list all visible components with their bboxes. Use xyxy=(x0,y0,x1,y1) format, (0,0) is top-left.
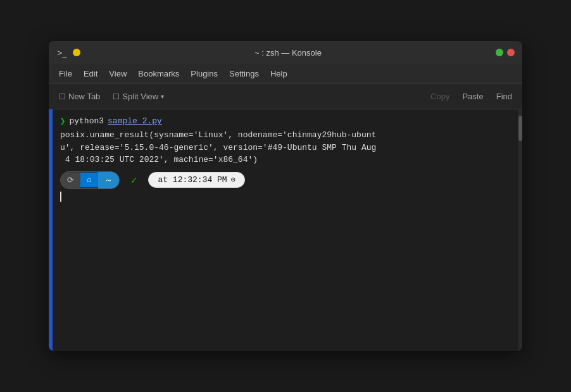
dot-red[interactable] xyxy=(507,49,515,56)
find-button[interactable]: Find xyxy=(491,89,517,104)
terminal-body: ❯ python3 sample_2.py posix.uname_result… xyxy=(49,109,522,351)
pill-wave-icon: ～ xyxy=(98,172,119,188)
command-line: ❯ python3 sample_2.py xyxy=(60,116,511,126)
menu-edit[interactable]: Edit xyxy=(78,66,103,81)
time-text: at 12:32:34 PM xyxy=(158,175,227,185)
title-bar-left: >_ xyxy=(56,47,80,58)
pill-house-icon: ⌂ xyxy=(80,173,98,187)
scrollbar-thumb[interactable] xyxy=(518,116,522,141)
scrollbar-track[interactable] xyxy=(518,109,522,351)
terminal-icon: >_ xyxy=(56,47,68,58)
menu-help[interactable]: Help xyxy=(265,66,292,81)
title-bar-right xyxy=(496,49,515,56)
copy-button[interactable]: Copy xyxy=(425,89,455,104)
menu-bar: File Edit View Bookmarks Plugins Setting… xyxy=(49,64,522,84)
dot-yellow[interactable] xyxy=(73,49,80,56)
terminal-content[interactable]: ❯ python3 sample_2.py posix.uname_result… xyxy=(53,109,518,351)
menu-file[interactable]: File xyxy=(54,66,77,81)
cursor xyxy=(60,192,61,202)
menu-plugins[interactable]: Plugins xyxy=(185,66,223,81)
scrollbar[interactable] xyxy=(518,109,522,351)
menu-view[interactable]: View xyxy=(104,66,132,81)
split-view-button[interactable]: ☐ Split View ▾ xyxy=(108,89,169,104)
time-display: at 12:32:34 PM ⊙ xyxy=(148,172,244,188)
success-checkmark: ✓ xyxy=(131,174,137,187)
shell-prompt-row: ⟳ ⌂ ～ ✓ at 12:32:34 PM ⊙ xyxy=(60,171,511,189)
menu-bookmarks[interactable]: Bookmarks xyxy=(133,66,184,81)
split-view-dropdown-icon: ▾ xyxy=(161,93,164,100)
pill-home-icon: ⟳ xyxy=(61,173,80,188)
prompt-symbol: ❯ xyxy=(60,116,65,126)
title-bar: >_ ~ : zsh — Konsole xyxy=(49,41,522,64)
konsole-window: >_ ~ : zsh — Konsole File Edit View Book… xyxy=(49,41,522,351)
dot-green[interactable] xyxy=(496,49,503,56)
prompt-pills: ⟳ ⌂ ～ xyxy=(60,171,120,189)
toolbar: ☐ New Tab ☐ Split View ▾ Copy Paste Find xyxy=(49,84,522,109)
menu-settings[interactable]: Settings xyxy=(224,66,264,81)
clock-icon: ⊙ xyxy=(231,175,235,185)
new-tab-icon: ☐ xyxy=(59,92,66,101)
window-title: ~ : zsh — Konsole xyxy=(85,48,491,58)
paste-button[interactable]: Paste xyxy=(457,89,488,104)
split-view-icon: ☐ xyxy=(113,92,120,101)
command-text: python3 xyxy=(69,116,104,126)
cursor-line xyxy=(60,192,511,202)
terminal-output: posix.uname_result(sysname='Linux', node… xyxy=(60,129,511,166)
command-filename: sample_2.py xyxy=(108,116,162,126)
new-tab-button[interactable]: ☐ New Tab xyxy=(54,89,105,104)
